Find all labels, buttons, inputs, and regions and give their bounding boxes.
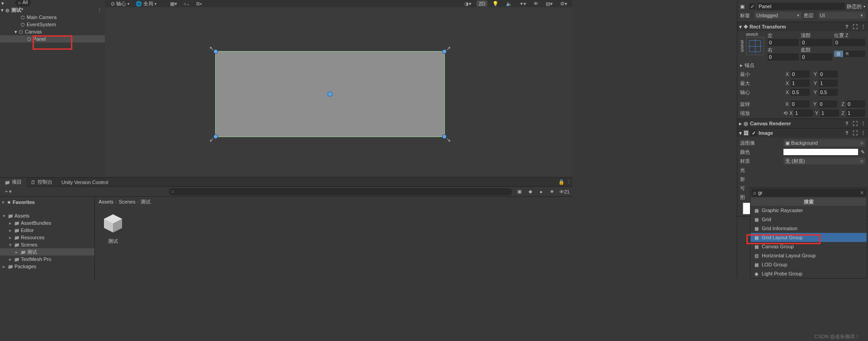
object-picker-icon[interactable]: ⊙	[860, 159, 863, 163]
tab-console[interactable]: 🗒控制台	[26, 178, 57, 187]
rot-x[interactable]	[791, 100, 810, 108]
handle-tr[interactable]	[442, 49, 447, 54]
fold-icon[interactable]	[8, 242, 13, 248]
fold-icon[interactable]	[14, 249, 19, 255]
component-result[interactable]: ▦Grid	[750, 215, 867, 224]
link-icon[interactable]	[783, 110, 788, 116]
scale-y[interactable]	[820, 109, 839, 117]
tree-item[interactable]: 测试	[0, 248, 94, 256]
filter-icon[interactable]: ▣	[516, 189, 523, 194]
favorites-header[interactable]: Favorites	[0, 199, 94, 206]
create-menu[interactable]: + ▾	[3, 189, 14, 195]
tree-item[interactable]: Editor	[0, 227, 94, 234]
hierarchy-scene-row[interactable]: 测试* ⋮	[0, 6, 105, 14]
pivot-toggle[interactable]: ⊙轴心 ▾	[108, 0, 132, 7]
menu-icon[interactable]: ⋮	[860, 130, 866, 136]
hierarchy-item[interactable]: Canvas	[0, 28, 105, 35]
fold-icon[interactable]	[739, 121, 742, 127]
component-result[interactable]: ▥Horizontal Layout Group	[750, 251, 867, 260]
preset-icon[interactable]: ⛶	[852, 130, 858, 136]
fold-icon[interactable]	[739, 130, 742, 136]
panel-lock-icon[interactable]: 🔒	[558, 179, 565, 185]
tree-item[interactable]: AssetBundles	[0, 219, 94, 227]
project-search[interactable]: ⌕	[169, 188, 512, 195]
anchor-preset-button[interactable]	[746, 37, 764, 55]
component-result[interactable]: ▦LOD Group	[750, 260, 867, 269]
gizmos-toggle[interactable]: ⚙▾	[558, 0, 570, 7]
rect-transform-header[interactable]: ✥ Rect Transform ? ⛶ ⋮	[737, 22, 868, 31]
eyedropper-icon[interactable]: ✎	[860, 149, 865, 155]
fold-icon[interactable]	[8, 235, 13, 241]
tree-item[interactable]: Resources	[0, 234, 94, 241]
filter-type-icon[interactable]: ◆	[527, 189, 534, 194]
component-result[interactable]: ◉Light Probe Group	[750, 269, 867, 278]
rot-z[interactable]	[846, 100, 865, 108]
help-icon[interactable]: ?	[844, 24, 850, 29]
image-header[interactable]: 🖼 ✓ Image ?⛶⋮	[737, 128, 868, 137]
fold-icon[interactable]	[1, 7, 4, 13]
help-icon[interactable]: ?	[844, 121, 850, 126]
blueprint-toggle[interactable]: ⊡R	[834, 51, 865, 57]
canvas-renderer-header[interactable]: ◎ Canvas Renderer ?⛶⋮	[737, 119, 868, 128]
scale-z[interactable]	[846, 109, 865, 117]
menu-icon[interactable]: ⋮	[860, 24, 866, 30]
component-result[interactable]: ▦Graphic Raycaster	[750, 206, 867, 215]
panel-menu-icon[interactable]: ⋮	[565, 179, 572, 185]
fold-icon[interactable]	[2, 213, 6, 219]
fold-icon[interactable]	[14, 29, 17, 35]
filter-fav-icon[interactable]: ★	[548, 189, 556, 194]
grid-toggle[interactable]: ▦▾	[168, 0, 179, 7]
object-picker-icon[interactable]: ⊙	[860, 141, 863, 145]
filter-label-icon[interactable]: ●	[538, 189, 545, 194]
tree-item[interactable]: TextMesh Pro	[0, 256, 94, 263]
handle-br[interactable]	[442, 134, 447, 139]
handle-tl[interactable]	[213, 49, 218, 54]
snap-inc[interactable]: ⧉▾	[194, 0, 204, 7]
fold-icon[interactable]	[8, 227, 13, 233]
fold-icon[interactable]	[2, 264, 6, 270]
object-name-field[interactable]	[757, 3, 845, 10]
asset-tile[interactable]: 测试	[99, 209, 127, 245]
fold-icon[interactable]	[1, 199, 5, 205]
tag-dropdown[interactable]: Untagged▼	[755, 12, 802, 19]
component-search[interactable]: ⌕ ✕	[751, 189, 866, 197]
breadcrumb-item[interactable]: 测试	[141, 199, 151, 204]
anchor-min-x[interactable]	[791, 71, 810, 78]
panel-gizmo[interactable]: ↖ ↗ ↙ ↘	[215, 51, 445, 137]
scene-canvas[interactable]: ↖ ↗ ↙ ↘	[105, 7, 572, 176]
fold-icon[interactable]	[740, 62, 743, 68]
preset-icon[interactable]: ⛶	[852, 24, 858, 29]
layer-dropdown[interactable]: UI▼	[818, 12, 866, 19]
component-result[interactable]: ▦Grid Information	[750, 224, 867, 233]
tree-item[interactable]: Packages	[0, 263, 94, 270]
static-dropdown[interactable]: ▾	[863, 5, 865, 9]
source-image-field[interactable]: ▣ Background⊙	[783, 139, 865, 147]
anchor-max-y[interactable]	[819, 80, 838, 87]
top-field[interactable]	[801, 39, 832, 46]
tab-project[interactable]: 项目	[0, 178, 26, 187]
fold-icon[interactable]	[739, 24, 742, 30]
layers-toggle[interactable]: ▤▾	[543, 0, 555, 7]
pivot-y[interactable]	[819, 89, 838, 96]
breadcrumb-item[interactable]: Scenes	[119, 199, 136, 204]
help-icon[interactable]: ?	[844, 130, 850, 136]
component-result[interactable]: ▦Canvas Group	[750, 242, 867, 251]
tree-item[interactable]: Assets	[0, 212, 94, 219]
component-search-input[interactable]	[758, 190, 858, 195]
fold-icon[interactable]	[8, 256, 13, 262]
clear-icon[interactable]: ✕	[860, 190, 864, 196]
scale-x[interactable]	[794, 109, 813, 117]
hierarchy-item[interactable]: Main Camera	[0, 14, 105, 21]
hierarchy-item[interactable]: Panel	[0, 35, 105, 43]
color-field[interactable]	[783, 149, 858, 155]
audio-toggle[interactable]: 🔈	[504, 0, 514, 7]
scene-menu-icon[interactable]: ⋮	[97, 7, 102, 13]
rot-y[interactable]	[818, 100, 837, 108]
preset-icon[interactable]: ⛶	[852, 121, 858, 126]
snap-toggle[interactable]: ⟐▾	[181, 0, 192, 7]
lighting-toggle[interactable]: 💡	[490, 0, 501, 7]
right-field[interactable]	[768, 53, 799, 61]
anchor-max-x[interactable]	[791, 80, 810, 87]
hidden-toggle[interactable]: 👁	[531, 0, 541, 7]
tree-item[interactable]: Scenes	[0, 241, 94, 248]
